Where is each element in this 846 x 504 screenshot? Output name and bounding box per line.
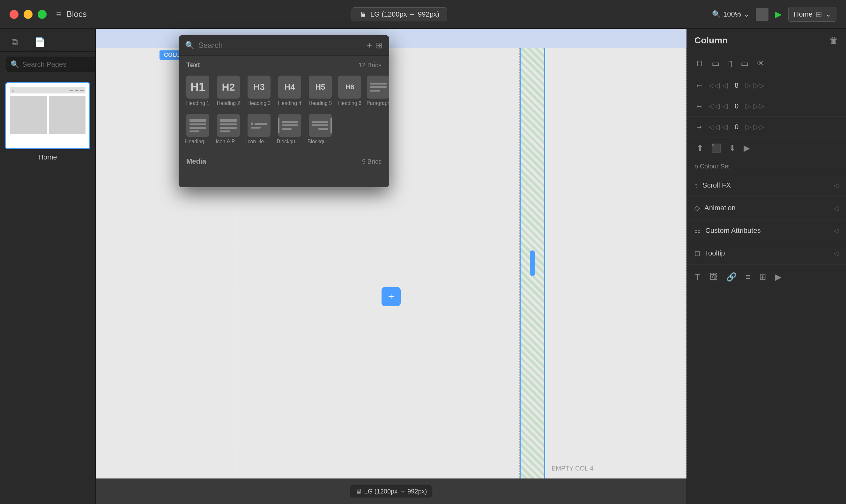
- bric-item-blockquote-right[interactable]: Blockquote Ri...: [305, 110, 336, 148]
- bric-item-heading-par[interactable]: Heading & Par...: [182, 110, 213, 148]
- chevron-right-icon: ◁: [833, 181, 838, 189]
- bric-item-paragraph[interactable]: Paragraph: [364, 72, 389, 110]
- spacing-top-control: ◁◁ ◁ 8 ▷ ▷▷: [709, 82, 838, 90]
- align-icon: ↤: [695, 101, 704, 112]
- bric-item-icon-heading[interactable]: Icon Heading: [244, 110, 274, 148]
- blockquote-left-thumb: [278, 114, 301, 137]
- bric-add-button[interactable]: +: [367, 40, 372, 50]
- mobile-view-btn[interactable]: ▯: [726, 57, 734, 71]
- h4-label: Heading 4: [278, 101, 302, 106]
- h4-thumb: H4: [278, 76, 301, 98]
- tab-layers[interactable]: ⧉: [6, 34, 23, 51]
- custom-attributes-row[interactable]: ⚏ Custom Attributes ◁: [695, 225, 838, 236]
- increase-top-btn[interactable]: ▷: [745, 82, 751, 90]
- align-bottom-btn[interactable]: ⬇: [727, 141, 738, 155]
- bric-item-icon-par[interactable]: Icon & Paragr...: [213, 110, 244, 148]
- bric-grid-button[interactable]: ⊞: [376, 40, 383, 50]
- add-bric-button[interactable]: +: [381, 287, 401, 306]
- h2-thumb: H2: [217, 76, 240, 98]
- text-bric-grid: H1 Heading 1 H2 Heading 2 H3 Heading 3 H…: [179, 72, 389, 152]
- scroll-fx-row[interactable]: ↕ Scroll FX ◁: [695, 180, 838, 191]
- align-middle-btn[interactable]: ⬛: [709, 141, 723, 155]
- play-button[interactable]: ▶: [775, 9, 782, 19]
- minimize-button[interactable]: [24, 10, 33, 19]
- bric-item-h6[interactable]: H6 Heading 6: [336, 72, 364, 110]
- desktop-view-btn[interactable]: 🖥: [693, 57, 705, 71]
- viewport-selector[interactable]: 🖥 LG (1200px → 992px): [352, 7, 447, 21]
- col-resize-handle[interactable]: [530, 250, 535, 276]
- text-section-header: Text 12 Brics: [179, 56, 389, 72]
- page-selector[interactable]: Home ⊞ ⌄: [788, 7, 836, 22]
- bric-item-h3[interactable]: H3 Heading 3: [244, 72, 274, 110]
- decrease-right-btn[interactable]: ◁◁: [709, 123, 720, 131]
- decrease-top-btn[interactable]: ◁◁: [709, 82, 720, 90]
- tooltip-row[interactable]: ◻ Tooltip ◁: [695, 248, 838, 259]
- canvas-col-4: EMPTY COL 4: [545, 48, 686, 479]
- bric-search-input[interactable]: [198, 41, 363, 50]
- view-icon[interactable]: [756, 8, 769, 21]
- bric-item-h1[interactable]: H1 Heading 1: [182, 72, 213, 110]
- chevron-right-icon: ◁: [833, 227, 838, 234]
- canvas-bottom-bar: 🖥 LG (1200px → 992px): [96, 479, 686, 504]
- page-name: Home: [794, 10, 812, 18]
- align-right-icon: ↦: [695, 121, 704, 133]
- animation-icon: ◇: [695, 204, 700, 212]
- list-icon[interactable]: ≡: [743, 270, 752, 284]
- tooltip-icon: ◻: [695, 249, 700, 257]
- search-icon: 🔍: [185, 41, 195, 50]
- bric-item-h4[interactable]: H4 Heading 4: [274, 72, 305, 110]
- sidebar-tabs: ⧉ 📄: [0, 29, 95, 52]
- menu-icon[interactable]: ≡: [56, 9, 61, 19]
- tablet-view-btn[interactable]: ▭: [710, 57, 722, 71]
- align-left-icon: ↤: [695, 80, 704, 91]
- blockquote-right-label: Blockquote Ri...: [307, 139, 333, 144]
- align-video-btn[interactable]: ▶: [742, 141, 752, 155]
- h6-label: Heading 6: [338, 101, 361, 106]
- table-icon[interactable]: ⊞: [757, 270, 768, 284]
- animation-row[interactable]: ◇ Animation ◁: [695, 202, 838, 213]
- decrease-left-btn2[interactable]: ◁: [722, 102, 728, 110]
- text-format-icon[interactable]: T: [693, 270, 702, 284]
- top-spacing-value: 8: [730, 82, 743, 90]
- decrease-top-btn2[interactable]: ◁: [722, 82, 728, 90]
- icon-heading-thumb: [248, 114, 271, 137]
- delete-button[interactable]: 🗑: [829, 35, 838, 46]
- increase-left-btn[interactable]: ▷: [745, 102, 751, 110]
- video-icon[interactable]: ▶: [773, 270, 784, 284]
- link-icon[interactable]: 🔗: [724, 270, 738, 284]
- decrease-left-btn[interactable]: ◁◁: [709, 102, 720, 110]
- image-icon[interactable]: 🖼: [707, 270, 719, 284]
- close-button[interactable]: [10, 10, 18, 19]
- canvas-col-3: [378, 48, 520, 479]
- scroll-fx-icon: ↕: [695, 181, 698, 190]
- bric-item-blockquote-left[interactable]: Blockquote Left: [274, 110, 305, 148]
- maximize-button[interactable]: [38, 10, 47, 19]
- visibility-btn[interactable]: 👁: [755, 57, 767, 71]
- tooltip-label: Tooltip: [705, 249, 725, 257]
- page-thumbnail-home[interactable]: ⌂: [5, 82, 90, 149]
- alt-mobile-btn[interactable]: ▭: [739, 57, 751, 71]
- increase-top-btn2[interactable]: ▷▷: [754, 82, 764, 90]
- align-top-btn[interactable]: ⬆: [695, 141, 705, 155]
- decrease-right-btn2[interactable]: ◁: [722, 123, 728, 131]
- zoom-control[interactable]: 🔍 100% ⌄: [712, 10, 749, 18]
- chevron-down-icon: ⌄: [825, 10, 831, 18]
- grid-icon: ⊞: [816, 10, 822, 19]
- increase-right-btn2[interactable]: ▷▷: [754, 123, 764, 131]
- bric-item-h5[interactable]: H5 Heading 5: [305, 72, 336, 110]
- scroll-fx-label: Scroll FX: [702, 181, 731, 190]
- canvas-viewport-label: 🖥 LG (1200px → 992px): [350, 485, 433, 498]
- increase-left-btn2[interactable]: ▷▷: [754, 102, 764, 110]
- media-bric-grid-placeholder: [179, 168, 389, 187]
- increase-right-btn[interactable]: ▷: [745, 123, 751, 131]
- icon-heading-label: Icon Heading: [246, 139, 272, 144]
- h5-label: Heading 5: [309, 101, 332, 106]
- custom-attributes-icon: ⚏: [695, 227, 701, 235]
- bric-item-h2[interactable]: H2 Heading 2: [213, 72, 244, 110]
- spacing-right-control: ◁◁ ◁ 0 ▷ ▷▷: [709, 123, 838, 131]
- h6-thumb: H6: [338, 76, 361, 98]
- animation-section: ◇ Animation ◁: [687, 197, 846, 219]
- media-section-header: Media 9 Brics: [179, 152, 389, 168]
- tab-pages[interactable]: 📄: [29, 34, 51, 51]
- padding-top-row: ↤ ◁◁ ◁ 8 ▷ ▷▷: [687, 75, 846, 96]
